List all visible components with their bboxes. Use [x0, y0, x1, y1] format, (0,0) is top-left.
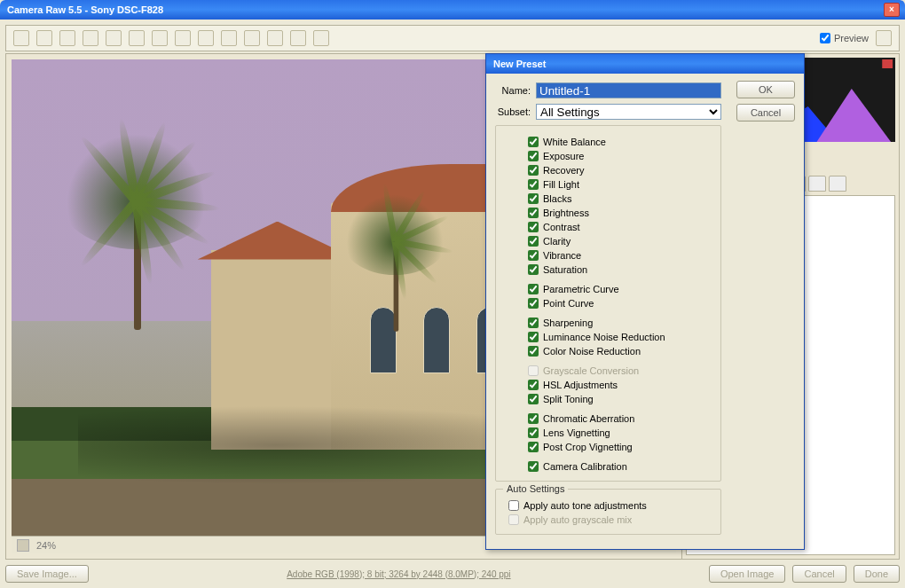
dialog-cancel-button[interactable]: Cancel — [736, 104, 795, 122]
setting-checkbox[interactable]: Blacks — [503, 192, 713, 206]
setting-label: Saturation — [543, 264, 587, 275]
preset-name-input[interactable] — [536, 82, 721, 98]
setting-checkbox[interactable]: Lens Vignetting — [503, 426, 713, 440]
auto-setting-checkbox: Apply auto grayscale mix — [503, 513, 713, 527]
setting-checkbox-input[interactable] — [528, 193, 539, 204]
setting-label: Split Toning — [543, 394, 594, 404]
setting-checkbox-input[interactable] — [528, 442, 539, 452]
setting-label: Vibrance — [543, 250, 581, 261]
rotate-ccw-icon[interactable] — [290, 30, 306, 46]
auto-setting-checkbox-input[interactable] — [508, 500, 519, 511]
setting-checkbox-input[interactable] — [528, 346, 539, 357]
setting-checkbox-input[interactable] — [528, 298, 539, 309]
setting-checkbox[interactable]: Fill Light — [503, 177, 713, 192]
setting-label: White Balance — [543, 137, 606, 147]
setting-checkbox[interactable]: Parametric Curve — [503, 282, 713, 296]
crop-tool-icon[interactable] — [129, 30, 145, 46]
close-icon[interactable]: × — [884, 3, 900, 17]
straighten-tool-icon[interactable] — [152, 30, 168, 46]
setting-checkbox-input[interactable] — [528, 250, 539, 261]
target-adjust-tool-icon[interactable] — [106, 30, 122, 46]
setting-checkbox[interactable]: Clarity — [503, 234, 713, 248]
preview-checkbox[interactable]: Preview — [820, 33, 869, 43]
setting-checkbox[interactable]: Luminance Noise Reduction — [503, 330, 713, 344]
redeye-tool-icon[interactable] — [198, 30, 214, 46]
setting-checkbox[interactable]: Brightness — [503, 206, 713, 220]
workflow-options-link[interactable]: Adobe RGB (1998); 8 bit; 3264 by 2448 (8… — [96, 569, 702, 579]
setting-checkbox[interactable]: Color Noise Reduction — [503, 344, 713, 358]
setting-label: Clarity — [543, 236, 571, 247]
setting-label: Blacks — [543, 193, 571, 204]
preferences-tool-icon[interactable] — [267, 30, 283, 46]
setting-label: Post Crop Vignetting — [543, 442, 633, 452]
setting-checkbox[interactable]: Camera Calibration — [503, 459, 713, 474]
setting-checkbox[interactable]: Post Crop Vignetting — [503, 440, 713, 454]
setting-checkbox-input[interactable] — [528, 236, 539, 247]
tab-presets[interactable] — [829, 176, 846, 192]
setting-checkbox-input[interactable] — [528, 284, 539, 294]
auto-setting-label: Apply auto tone adjustments — [523, 500, 647, 511]
setting-checkbox[interactable]: Exposure — [503, 149, 713, 163]
setting-label: Recovery — [543, 165, 584, 176]
subset-select[interactable]: All Settings — [536, 104, 721, 120]
auto-settings-group: Auto Settings Apply auto tone adjustment… — [495, 489, 721, 535]
open-image-button[interactable]: Open Image — [709, 565, 786, 583]
dialog-titlebar[interactable]: New Preset — [486, 54, 804, 74]
setting-checkbox-input[interactable] — [528, 208, 539, 218]
setting-checkbox-input[interactable] — [528, 151, 539, 161]
setting-checkbox-input[interactable] — [528, 427, 539, 438]
spot-removal-tool-icon[interactable] — [175, 30, 191, 46]
toolbar: Preview — [5, 25, 900, 51]
setting-checkbox[interactable]: White Balance — [503, 135, 713, 149]
setting-label: Parametric Curve — [543, 284, 619, 294]
setting-checkbox-input[interactable] — [528, 179, 539, 190]
color-sampler-tool-icon[interactable] — [83, 30, 98, 46]
setting-checkbox-input[interactable] — [528, 461, 539, 472]
white-balance-tool-icon[interactable] — [59, 30, 75, 46]
setting-checkbox-input[interactable] — [528, 165, 539, 176]
setting-checkbox[interactable]: Split Toning — [503, 392, 713, 406]
auto-setting-checkbox[interactable]: Apply auto tone adjustments — [503, 498, 713, 513]
hand-tool-icon[interactable] — [36, 30, 52, 46]
setting-label: Exposure — [543, 151, 584, 161]
setting-checkbox-input[interactable] — [528, 264, 539, 275]
setting-label: Color Noise Reduction — [543, 346, 641, 357]
name-label: Name: — [495, 85, 531, 96]
setting-label: HSL Adjustments — [543, 380, 618, 390]
setting-checkbox[interactable]: Saturation — [503, 263, 713, 277]
setting-checkbox[interactable]: Sharpening — [503, 316, 713, 330]
setting-checkbox[interactable]: Vibrance — [503, 248, 713, 263]
setting-checkbox-input[interactable] — [528, 222, 539, 232]
setting-checkbox[interactable]: Contrast — [503, 220, 713, 234]
setting-checkbox-input[interactable] — [528, 380, 539, 390]
setting-checkbox-input[interactable] — [528, 332, 539, 342]
setting-checkbox-input[interactable] — [528, 137, 539, 147]
setting-label: Point Curve — [543, 298, 594, 309]
setting-checkbox[interactable]: Point Curve — [503, 296, 713, 310]
setting-checkbox[interactable]: Recovery — [503, 163, 713, 177]
done-button[interactable]: Done — [854, 565, 900, 583]
rotate-cw-icon[interactable] — [313, 30, 329, 46]
setting-label: Chromatic Aberration — [543, 413, 634, 424]
setting-checkbox-input[interactable] — [528, 413, 539, 424]
dialog-title: New Preset — [493, 59, 546, 69]
cancel-button[interactable]: Cancel — [792, 565, 846, 583]
save-image-button[interactable]: Save Image... — [5, 565, 89, 583]
setting-label: Camera Calibration — [543, 461, 627, 472]
app-title: Camera Raw 5.5 - Sony DSC-F828 — [7, 4, 163, 15]
setting-checkbox-input[interactable] — [528, 394, 539, 404]
setting-checkbox[interactable]: Chromatic Aberration — [503, 412, 713, 426]
setting-checkbox[interactable]: HSL Adjustments — [503, 378, 713, 392]
setting-checkbox-input[interactable] — [528, 318, 539, 328]
fullscreen-toggle-icon[interactable] — [876, 30, 892, 46]
tab-camera[interactable] — [808, 176, 826, 192]
preview-label: Preview — [834, 33, 869, 43]
dialog-ok-button[interactable]: OK — [736, 81, 795, 98]
preview-checkbox-input[interactable] — [820, 33, 830, 43]
setting-label: Brightness — [543, 208, 589, 218]
adjustment-brush-tool-icon[interactable] — [221, 30, 237, 46]
zoom-level[interactable]: 24% — [36, 540, 56, 551]
graduated-filter-tool-icon[interactable] — [244, 30, 260, 46]
thumbnail-icon[interactable] — [17, 539, 29, 552]
zoom-tool-icon[interactable] — [13, 30, 29, 46]
